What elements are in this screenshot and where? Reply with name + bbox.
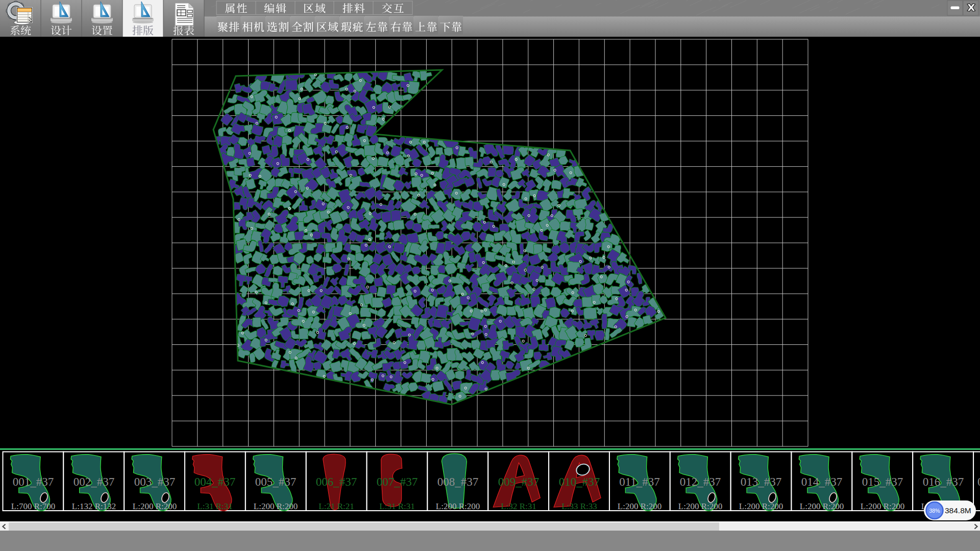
svg-text:L:200 R:200: L:200 R:200 (436, 502, 480, 511)
svg-text:008_#37: 008_#37 (437, 475, 479, 488)
svg-text:L:33 R:33: L:33 R:33 (561, 502, 597, 511)
svg-text:L:200 R:200: L:200 R:200 (254, 502, 298, 511)
svg-text:001_#37: 001_#37 (13, 475, 54, 488)
svg-text:L:200 R:200: L:200 R:200 (133, 502, 177, 511)
svg-text:013_#37: 013_#37 (741, 475, 782, 488)
svg-text:L:200 R:200: L:200 R:200 (618, 502, 662, 511)
svg-text:006_#37: 006_#37 (316, 475, 357, 488)
svg-text:002_#37: 002_#37 (74, 475, 115, 488)
svg-text:L:200 R:200: L:200 R:200 (861, 502, 904, 511)
svg-text:L:700 R:700: L:700 R:700 (11, 502, 55, 511)
svg-text:L:31 R:31: L:31 R:31 (197, 502, 232, 511)
svg-text:L:21 R:21: L:21 R:21 (318, 502, 354, 511)
svg-text:L:200 R:200: L:200 R:200 (739, 502, 783, 511)
svg-text:014_#37: 014_#37 (801, 475, 843, 488)
svg-text:011_#37: 011_#37 (619, 475, 660, 488)
svg-text:016_#37: 016_#37 (923, 475, 964, 488)
svg-text:L:31 R:31: L:31 R:31 (379, 502, 414, 511)
svg-text:38%: 38% (929, 508, 940, 514)
svg-text:004_#37: 004_#37 (194, 475, 236, 488)
svg-text:010_#37: 010_#37 (559, 475, 600, 488)
svg-text:L:32 R:31: L:32 R:31 (501, 502, 536, 511)
svg-text:L:200 R:200: L:200 R:200 (800, 502, 844, 511)
svg-text:L:132 R:132: L:132 R:132 (72, 502, 116, 511)
svg-text:003_#37: 003_#37 (134, 475, 176, 488)
svg-text:384.8M: 384.8M (945, 506, 971, 515)
svg-text:009_#37: 009_#37 (498, 475, 540, 488)
svg-text:007_#37: 007_#37 (377, 475, 418, 488)
svg-text:005_#37: 005_#37 (255, 475, 297, 488)
svg-text:L:200 R:200: L:200 R:200 (678, 502, 722, 511)
svg-text:012_#37: 012_#37 (680, 475, 721, 488)
svg-text:015_#37: 015_#37 (862, 475, 903, 488)
svg-text:0: 0 (977, 475, 980, 488)
